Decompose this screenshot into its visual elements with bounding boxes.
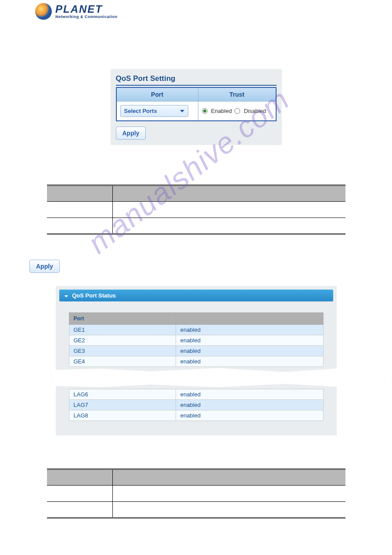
table-row: LAG8enabled (69, 410, 323, 421)
disabled-radio[interactable] (234, 108, 240, 114)
desc-table-header (47, 469, 345, 486)
port-cell: LAG7 (69, 400, 176, 410)
desc-row (47, 218, 345, 234)
globe-icon (35, 3, 52, 20)
trust-header: Trust (198, 87, 276, 102)
port-cell: LAG8 (69, 410, 176, 421)
status-table-continued: LAG6enabled LAG7enabled LAG8enabled (69, 389, 324, 421)
logo-subtitle: Networking & Communication (55, 15, 118, 19)
desc-row (47, 502, 345, 518)
status-header[interactable]: QoS Port Status (59, 290, 333, 301)
port-cell: GE3 (69, 346, 176, 356)
status-title: QoS Port Status (72, 292, 116, 299)
status-table: Port GE1enabled GE2enabled GE3enabled GE… (69, 312, 324, 367)
enabled-radio[interactable] (202, 108, 208, 114)
torn-paper-gap (69, 367, 324, 389)
table-row: GE4enabled (69, 356, 323, 367)
port-cell: GE2 (69, 335, 176, 346)
disabled-label: Disabled (244, 108, 266, 114)
status-trust-header (176, 313, 323, 325)
status-port-header: Port (69, 313, 176, 325)
apply-button[interactable]: Apply (116, 127, 146, 140)
port-header: Port (116, 87, 198, 102)
table-row: LAG7enabled (69, 400, 323, 410)
logo: PLANET Networking & Communication (0, 0, 392, 23)
table-row: GE1enabled (69, 325, 323, 335)
port-cell: LAG6 (69, 389, 176, 400)
select-ports-label: Select Ports (124, 108, 157, 114)
trust-cell: enabled (176, 335, 323, 346)
select-ports-dropdown[interactable]: Select Ports (120, 105, 188, 117)
apply-button-standalone[interactable]: Apply (29, 260, 60, 273)
chevron-down-icon (65, 295, 68, 297)
qos-port-status-panel: QoS Port Status Port GE1enabled GE2enabl… (56, 286, 337, 435)
logo-main-text: PLANET (55, 4, 118, 15)
table-row: GE3enabled (69, 346, 323, 356)
description-table-2 (47, 468, 345, 519)
port-cell: GE4 (69, 356, 176, 367)
trust-cell: enabled (176, 325, 323, 335)
desc-table-header (47, 185, 345, 202)
trust-cell: enabled (176, 389, 323, 400)
desc-row (47, 202, 345, 218)
table-row: GE2enabled (69, 335, 323, 346)
trust-cell: enabled (176, 356, 323, 367)
desc-row (47, 486, 345, 502)
trust-cell: enabled (176, 346, 323, 356)
trust-cell: enabled (176, 410, 323, 421)
qos-setting-title: QoS Port Setting (116, 74, 277, 86)
port-cell: GE1 (69, 325, 176, 335)
description-table-1 (47, 185, 345, 235)
chevron-down-icon (180, 110, 184, 112)
table-row: LAG6enabled (69, 389, 323, 400)
qos-port-setting-panel: QoS Port Setting Port Trust Select Ports… (111, 69, 282, 145)
status-body: Port GE1enabled GE2enabled GE3enabled GE… (59, 301, 333, 432)
trust-cell: enabled (176, 400, 323, 410)
trust-radio-group: Enabled Disabled (202, 108, 272, 114)
enabled-label: Enabled (211, 108, 232, 114)
port-setting-table: Port Trust Select Ports Enabled Disabled (116, 87, 277, 121)
logo-text: PLANET Networking & Communication (55, 4, 118, 19)
